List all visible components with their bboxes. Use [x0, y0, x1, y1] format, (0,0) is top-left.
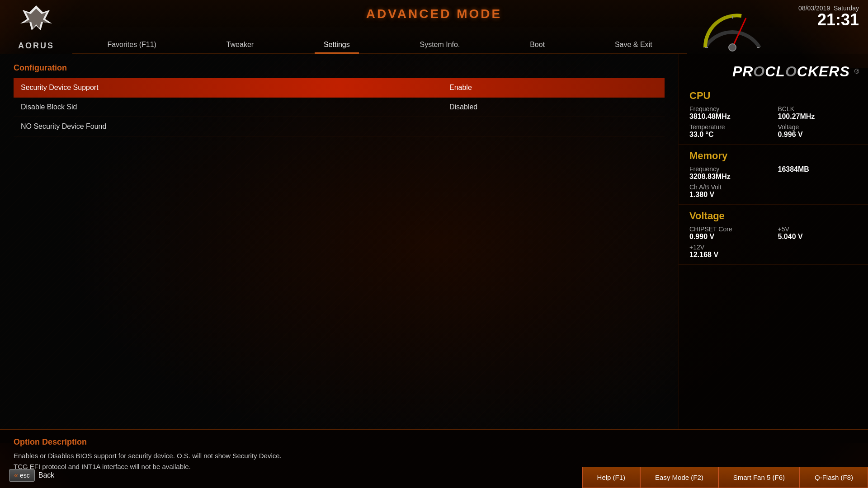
svg-point-3	[729, 44, 736, 51]
right-sidebar: PROCLOCKERS ® CPU Frequency 3810.48MHz B…	[678, 54, 868, 429]
config-value-security-device: Enable	[449, 84, 657, 92]
cpu-voltage-label: Voltage 0.996 V	[778, 123, 858, 139]
config-table: Security Device Support Enable Disable B…	[14, 78, 665, 136]
aorus-brand-text: AORUS	[18, 41, 54, 51]
voltage-section-title: Voltage	[689, 210, 857, 222]
mem-size-label: 16384MB	[778, 165, 858, 181]
chevron-left-icon: «	[14, 471, 18, 479]
plus12v-label: +12V 12.168 V	[689, 244, 769, 259]
page-title: ADVANCED MODE	[366, 7, 502, 21]
config-label-security-device: Security Device Support	[21, 84, 449, 92]
nav-item-tweaker[interactable]: Tweaker	[217, 37, 263, 54]
config-row-security-device-support[interactable]: Security Device Support Enable	[14, 78, 665, 98]
cpu-freq-label: Frequency 3810.48MHz	[689, 105, 769, 121]
smart-fan-button[interactable]: Smart Fan 5 (F6)	[718, 467, 800, 488]
nav-item-system-info[interactable]: System Info.	[410, 37, 469, 54]
mem-empty	[778, 183, 858, 199]
proclockers-logo: PROCLOCKERS ®	[679, 54, 868, 84]
mem-freq-label: Frequency 3208.83MHz	[689, 165, 769, 181]
nav-menu: Favorites (F11) Tweaker Settings System …	[72, 37, 687, 54]
cpu-section-title: CPU	[689, 90, 857, 102]
config-row-disable-block-sid[interactable]: Disable Block Sid Disabled	[14, 98, 665, 117]
esc-button[interactable]: « esc	[9, 469, 35, 482]
easy-mode-button[interactable]: Easy Mode (F2)	[640, 467, 718, 488]
proclockers-text: PROCLOCKERS	[732, 63, 854, 80]
cpu-bclk-label: BCLK 100.27MHz	[778, 105, 858, 121]
option-desc-title: Option Description	[14, 437, 854, 447]
content-area: Configuration Security Device Support En…	[0, 54, 868, 429]
nav-item-favorites[interactable]: Favorites (F11)	[98, 37, 165, 54]
bottom-area: Option Description Enables or Disables B…	[0, 429, 868, 488]
memory-section-title: Memory	[689, 150, 857, 162]
help-button[interactable]: Help (F1)	[582, 467, 641, 488]
chipset-core-label: CHIPSET Core 0.990 V	[689, 225, 769, 241]
plus5v-label: +5V 5.040 V	[778, 225, 858, 241]
config-label-no-security: NO Security Device Found	[21, 122, 449, 131]
registered-icon: ®	[854, 68, 859, 75]
nav-item-settings[interactable]: Settings	[315, 37, 359, 54]
esc-area[interactable]: « esc Back	[9, 469, 54, 482]
config-value-disable-block: Disabled	[449, 103, 657, 111]
nav-item-save-exit[interactable]: Save & Exit	[606, 37, 661, 54]
memory-section: Memory Frequency 3208.83MHz 16384MB Ch A…	[679, 145, 868, 205]
config-row-no-security[interactable]: NO Security Device Found	[14, 117, 665, 136]
bottom-buttons: Help (F1) Easy Mode (F2) Smart Fan 5 (F6…	[582, 467, 868, 488]
logo-area: AORUS	[0, 0, 72, 55]
mem-ch-volt-label: Ch A/B Volt 1.380 V	[689, 183, 769, 199]
esc-back-label: Back	[38, 471, 55, 479]
main-panel: Configuration Security Device Support En…	[0, 54, 678, 429]
voltage-section: Voltage CHIPSET Core 0.990 V +5V 5.040 V…	[679, 205, 868, 265]
aorus-logo-icon	[18, 3, 54, 39]
option-desc-text-1: Enables or Disables BIOS support for sec…	[14, 450, 854, 461]
config-label-disable-block: Disable Block Sid	[21, 103, 449, 111]
qflash-button[interactable]: Q-Flash (F8)	[800, 467, 868, 488]
gauge-decoration-icon	[696, 2, 769, 54]
page-title-area: ADVANCED MODE	[366, 7, 502, 21]
cpu-grid: Frequency 3810.48MHz BCLK 100.27MHz Temp…	[689, 105, 857, 139]
cpu-temp-label: Temperature 33.0 °C	[689, 123, 769, 139]
memory-grid: Frequency 3208.83MHz 16384MB Ch A/B Volt…	[689, 165, 857, 199]
cpu-section: CPU Frequency 3810.48MHz BCLK 100.27MHz …	[679, 84, 868, 145]
voltage-grid: CHIPSET Core 0.990 V +5V 5.040 V +12V 12…	[689, 225, 857, 259]
datetime-area: 08/03/2019 Saturday 21:31	[798, 5, 859, 28]
volt-empty	[778, 244, 858, 259]
esc-key-label: esc	[20, 472, 30, 479]
time-display: 21:31	[798, 12, 859, 28]
header: AORUS ADVANCED MODE Favorites (F11) Twea…	[0, 0, 868, 54]
section-title: Configuration	[14, 63, 665, 73]
nav-item-boot[interactable]: Boot	[521, 37, 554, 54]
